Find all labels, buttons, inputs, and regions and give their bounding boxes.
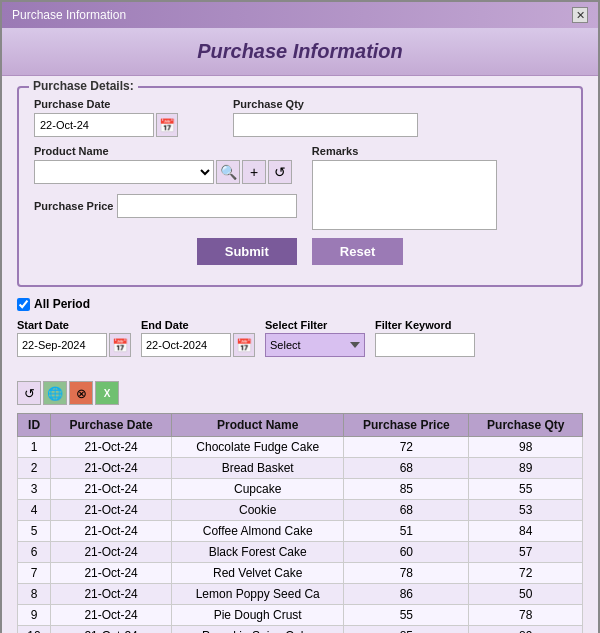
- start-date-group: Start Date 📅: [17, 319, 131, 357]
- cell-3: 68: [344, 458, 469, 479]
- cell-1: 21-Oct-24: [51, 563, 172, 584]
- table-row[interactable]: 521-Oct-24Coffee Almond Cake5184: [18, 521, 583, 542]
- cell-0: 5: [18, 521, 51, 542]
- cell-2: Pie Dough Crust: [172, 605, 344, 626]
- table-row[interactable]: 321-Oct-24Cupcake8555: [18, 479, 583, 500]
- cell-3: 68: [344, 500, 469, 521]
- row-date-qty: Purchase Date 📅 Purchase Qty: [34, 98, 566, 137]
- action-icons: ↺ 🌐 ⊗ X: [17, 381, 119, 405]
- refresh-icon[interactable]: ↺: [268, 160, 292, 184]
- window-title: Purchase Information: [12, 8, 126, 22]
- product-wrapper: 🔍 + ↺: [34, 160, 297, 184]
- cell-1: 21-Oct-24: [51, 521, 172, 542]
- purchase-date-group: Purchase Date 📅: [34, 98, 178, 137]
- cell-2: Cookie: [172, 500, 344, 521]
- cell-0: 9: [18, 605, 51, 626]
- close-button[interactable]: ✕: [572, 7, 588, 23]
- cell-2: Coffee Almond Cake: [172, 521, 344, 542]
- purchase-date-input[interactable]: [34, 113, 154, 137]
- all-period-row: All Period: [17, 297, 583, 311]
- table-row[interactable]: 421-Oct-24Cookie6853: [18, 500, 583, 521]
- purchase-price-input[interactable]: [117, 194, 297, 218]
- cell-2: Bread Basket: [172, 458, 344, 479]
- cell-4: 72: [469, 563, 583, 584]
- export-excel-icon[interactable]: X: [95, 381, 119, 405]
- cell-0: 4: [18, 500, 51, 521]
- cell-0: 2: [18, 458, 51, 479]
- table-row[interactable]: 1021-Oct-24Pumpkin Spice Cake8589: [18, 626, 583, 634]
- end-date-label: End Date: [141, 319, 255, 331]
- content-area: Purchase Details: Purchase Date 📅 Purcha…: [2, 76, 598, 633]
- table-row[interactable]: 121-Oct-24Chocolate Fudge Cake7298: [18, 437, 583, 458]
- cell-2: Chocolate Fudge Cake: [172, 437, 344, 458]
- reset-button[interactable]: Reset: [312, 238, 403, 265]
- cell-4: 55: [469, 479, 583, 500]
- start-date-input[interactable]: [17, 333, 107, 357]
- data-table-container: ID Purchase Date Product Name Purchase P…: [17, 413, 583, 633]
- end-date-calendar-icon[interactable]: 📅: [233, 333, 255, 357]
- table-row[interactable]: 821-Oct-24Lemon Poppy Seed Ca8650: [18, 584, 583, 605]
- cell-3: 85: [344, 479, 469, 500]
- cell-0: 10: [18, 626, 51, 634]
- start-date-label: Start Date: [17, 319, 131, 331]
- cell-3: 78: [344, 563, 469, 584]
- all-period-checkbox-label[interactable]: All Period: [17, 297, 90, 311]
- cell-3: 51: [344, 521, 469, 542]
- col-purchase-qty: Purchase Qty: [469, 414, 583, 437]
- filter-keyword-label: Filter Keyword: [375, 319, 475, 331]
- cell-4: 53: [469, 500, 583, 521]
- filter-apply-icon[interactable]: ↺: [17, 381, 41, 405]
- row-product-remarks: Product Name 🔍 + ↺ Purchase Price: [34, 145, 566, 230]
- table-row[interactable]: 921-Oct-24Pie Dough Crust5578: [18, 605, 583, 626]
- cell-3: 72: [344, 437, 469, 458]
- add-icon[interactable]: +: [242, 160, 266, 184]
- start-date-calendar-icon[interactable]: 📅: [109, 333, 131, 357]
- end-date-wrapper: 📅: [141, 333, 255, 357]
- purchase-qty-group: Purchase Qty: [233, 98, 418, 137]
- filter-search-icon[interactable]: 🌐: [43, 381, 67, 405]
- cell-0: 7: [18, 563, 51, 584]
- calendar-icon[interactable]: 📅: [156, 113, 178, 137]
- cell-1: 21-Oct-24: [51, 626, 172, 634]
- remarks-group: Remarks: [312, 145, 566, 230]
- purchase-details-section: Purchase Details: Purchase Date 📅 Purcha…: [17, 86, 583, 287]
- col-product-name: Product Name: [172, 414, 344, 437]
- filter-clear-icon[interactable]: ⊗: [69, 381, 93, 405]
- purchase-qty-label: Purchase Qty: [233, 98, 418, 110]
- cell-2: Cupcake: [172, 479, 344, 500]
- data-table: ID Purchase Date Product Name Purchase P…: [17, 413, 583, 633]
- purchase-price-group: Purchase Price: [34, 194, 297, 218]
- start-date-wrapper: 📅: [17, 333, 131, 357]
- select-filter-dropdown[interactable]: Select: [265, 333, 365, 357]
- all-period-checkbox[interactable]: [17, 298, 30, 311]
- select-filter-group: Select Filter Select: [265, 319, 365, 357]
- purchase-qty-input[interactable]: [233, 113, 418, 137]
- cell-1: 21-Oct-24: [51, 500, 172, 521]
- end-date-input[interactable]: [141, 333, 231, 357]
- remarks-input[interactable]: [312, 160, 497, 230]
- table-row[interactable]: 721-Oct-24Red Velvet Cake7872: [18, 563, 583, 584]
- page-title: Purchase Information: [2, 28, 598, 76]
- filter-keyword-input[interactable]: [375, 333, 475, 357]
- cell-3: 86: [344, 584, 469, 605]
- cell-0: 3: [18, 479, 51, 500]
- product-name-select[interactable]: [34, 160, 214, 184]
- cell-2: Black Forest Cake: [172, 542, 344, 563]
- cell-4: 50: [469, 584, 583, 605]
- col-id: ID: [18, 414, 51, 437]
- cell-2: Lemon Poppy Seed Ca: [172, 584, 344, 605]
- cell-1: 21-Oct-24: [51, 584, 172, 605]
- table-header: ID Purchase Date Product Name Purchase P…: [18, 414, 583, 437]
- cell-1: 21-Oct-24: [51, 605, 172, 626]
- submit-button[interactable]: Submit: [197, 238, 297, 265]
- cell-3: 85: [344, 626, 469, 634]
- cell-4: 84: [469, 521, 583, 542]
- table-row[interactable]: 621-Oct-24Black Forest Cake6057: [18, 542, 583, 563]
- purchase-date-label: Purchase Date: [34, 98, 178, 110]
- cell-1: 21-Oct-24: [51, 479, 172, 500]
- cell-4: 89: [469, 458, 583, 479]
- search-icon[interactable]: 🔍: [216, 160, 240, 184]
- cell-4: 89: [469, 626, 583, 634]
- cell-4: 78: [469, 605, 583, 626]
- table-row[interactable]: 221-Oct-24Bread Basket6889: [18, 458, 583, 479]
